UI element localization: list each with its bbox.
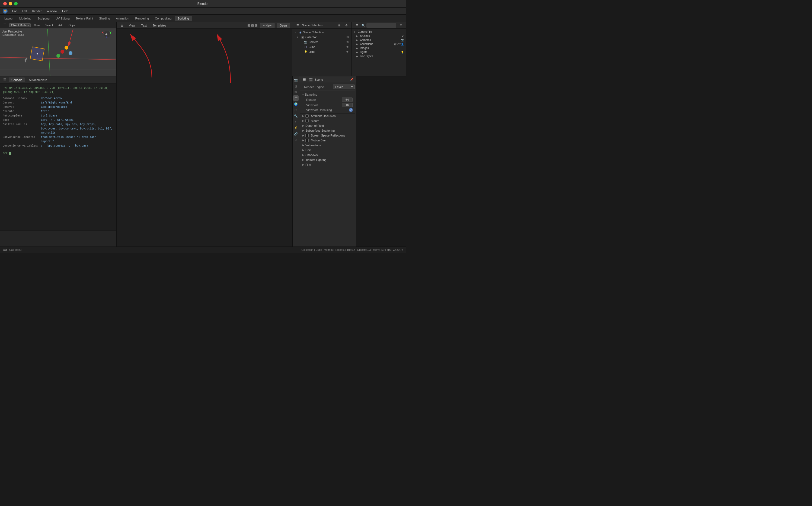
console-body[interactable]: PYTHON INTERACTIVE CONSOLE 3.7.0 (defaul…: [0, 83, 116, 230]
prop-tab-object[interactable]: ⬡: [293, 107, 298, 113]
console-tab-autocomplete[interactable]: Autocomplete: [26, 77, 50, 82]
data-item-current-file[interactable]: ▾ Current File: [352, 30, 406, 34]
prop-tab-render[interactable]: 📷: [293, 77, 298, 83]
prop-tab-constraints[interactable]: 🔗: [293, 131, 298, 137]
props-menu-icon[interactable]: ☰: [301, 77, 307, 83]
render-engine-dropdown[interactable]: Eevee ▾: [333, 85, 355, 89]
tab-sculpting[interactable]: Sculpting: [35, 16, 52, 21]
tab-rendering[interactable]: Rendering: [132, 16, 152, 21]
viewport-samples-value[interactable]: 16: [342, 103, 353, 107]
ssr-header[interactable]: ▶ Screen Space Reflections: [300, 133, 355, 138]
script-text-menu[interactable]: Text: [139, 23, 149, 28]
expand-collection-arrow-icon: ▾: [297, 36, 299, 38]
object-mode-dropdown[interactable]: Object Mode ▾: [9, 23, 30, 27]
menu-edit[interactable]: Edit: [20, 9, 29, 13]
menu-file[interactable]: File: [10, 9, 19, 13]
menu-render[interactable]: Render: [30, 9, 44, 13]
ao-checkbox[interactable]: [306, 114, 309, 117]
prop-tab-particles[interactable]: ✦: [293, 119, 298, 124]
outliner-item-scene-collection[interactable]: ▾ ◉ Scene Collection: [292, 30, 351, 35]
tab-texture-paint[interactable]: Texture Paint: [73, 16, 96, 21]
tab-shading[interactable]: Shading: [96, 16, 113, 21]
ssr-checkbox[interactable]: [306, 134, 309, 137]
console-tab-console[interactable]: Console: [9, 77, 25, 82]
tab-scripting[interactable]: Scripting: [175, 16, 192, 21]
viewport-add-menu[interactable]: Add: [56, 23, 65, 28]
menu-help[interactable]: Help: [60, 9, 70, 13]
menu-window[interactable]: Window: [45, 9, 59, 13]
outliner-item-collection[interactable]: ▾ ▣ Collection 👁: [292, 35, 351, 39]
pin-icon[interactable]: 📌: [350, 78, 354, 81]
tab-animation[interactable]: Animation: [113, 16, 132, 21]
data-item-images[interactable]: ▶ Images: [352, 46, 406, 50]
viewport-select-menu[interactable]: Select: [44, 23, 55, 28]
prop-tab-output[interactable]: 🖨: [293, 83, 298, 89]
window-controls[interactable]: [3, 2, 18, 5]
collection-visibility-icon[interactable]: 👁: [346, 35, 349, 39]
outliner-item-cube[interactable]: ⬡ Cube 👁: [292, 45, 351, 49]
tab-uv-editing[interactable]: UV Editing: [53, 16, 72, 21]
data-item-lights[interactable]: ▶ Lights 💡: [352, 50, 406, 54]
hair-section: ▶ Hair: [300, 148, 355, 153]
volumetrics-header[interactable]: ▶ Volumetrics: [300, 143, 355, 148]
data-item-linestyles[interactable]: ▶ Line Styles: [352, 54, 406, 58]
script-editor-body[interactable]: [117, 29, 292, 247]
tab-modeling[interactable]: Modeling: [16, 16, 34, 21]
ambient-occlusion-header[interactable]: ▶ Ambient Occlusion: [300, 113, 355, 118]
outliner-settings-icon[interactable]: ⚙: [343, 22, 349, 28]
sss-header[interactable]: ▶ Subsurface Scattering: [300, 128, 355, 133]
motion-blur-header[interactable]: ▶ Motion Blur: [300, 138, 355, 143]
minimize-button[interactable]: [9, 2, 12, 5]
open-script-button[interactable]: Open: [277, 23, 290, 28]
tab-compositing[interactable]: Compositing: [152, 16, 174, 21]
close-button[interactable]: [3, 2, 7, 5]
sampling-header[interactable]: ▾ Sampling: [302, 92, 353, 97]
prop-tab-modifiers[interactable]: 🔧: [293, 113, 298, 119]
render-samples-value[interactable]: 64: [342, 97, 353, 102]
data-browser-search[interactable]: [366, 23, 396, 28]
outliner-menu-icon[interactable]: ☰: [294, 22, 300, 28]
cube-visibility-icon[interactable]: 👁: [346, 45, 349, 49]
mb-checkbox[interactable]: [306, 139, 309, 142]
prop-tab-world[interactable]: 🌍: [293, 101, 298, 107]
prop-tab-data[interactable]: ▽: [293, 137, 298, 143]
data-browser-filter-icon[interactable]: ⧖: [398, 22, 404, 28]
console-menu-icon[interactable]: ☰: [2, 77, 8, 83]
new-script-button[interactable]: + New: [260, 23, 275, 28]
film-header[interactable]: ▶ Film: [300, 162, 355, 167]
prop-tab-scene[interactable]: 🎬: [293, 95, 298, 101]
script-view-menu[interactable]: View: [127, 23, 137, 28]
data-item-collections[interactable]: ▶ Collections ▣⚔🛡👤: [352, 42, 406, 46]
script-icon2[interactable]: ⊡: [251, 22, 254, 28]
data-browser-menu-icon[interactable]: ☰: [354, 22, 360, 28]
dof-header[interactable]: ▶ Depth of Field: [300, 123, 355, 128]
script-icon1[interactable]: ⊞: [247, 22, 250, 28]
viewport-menu-icon[interactable]: ☰: [2, 22, 8, 28]
outliner-item-light[interactable]: 💡 Light 👁: [292, 49, 351, 54]
camera-visibility-icon[interactable]: 👁: [346, 40, 349, 44]
data-item-cameras[interactable]: ▶ Cameras 📷: [352, 38, 406, 42]
data-item-brushes[interactable]: ▶ Brushes 🖌: [352, 34, 406, 38]
viewport-denoising-checkbox[interactable]: [349, 108, 353, 111]
light-visibility-icon[interactable]: 👁: [346, 50, 349, 53]
bloom-header[interactable]: ▶ Bloom: [300, 118, 355, 123]
prop-tab-view[interactable]: 👁: [293, 89, 298, 95]
script-icon3[interactable]: ⊞: [255, 22, 258, 28]
viewport-view-menu[interactable]: View: [32, 23, 42, 28]
viewport-object-menu[interactable]: Object: [67, 23, 78, 28]
prop-tab-physics[interactable]: ⚡: [293, 125, 298, 131]
script-templates-menu[interactable]: Templates: [151, 23, 168, 28]
tab-layout[interactable]: Layout: [2, 16, 16, 21]
viewport-canvas[interactable]: User Perspective (1) Collection | Cube ⊕…: [0, 29, 116, 76]
viewport-scene-svg: User Perspective (1) Collection | Cube ⊕…: [0, 29, 116, 76]
il-header[interactable]: ▶ Indirect Lighting: [300, 157, 355, 162]
shadows-header[interactable]: ▶ Shadows: [300, 153, 355, 157]
outliner-filter-icon[interactable]: ⊞: [336, 22, 342, 28]
script-menu-icon[interactable]: ☰: [119, 22, 125, 28]
bloom-checkbox[interactable]: [306, 119, 309, 122]
console-input-area[interactable]: [0, 230, 116, 247]
sss-label: Subsurface Scattering: [306, 129, 335, 132]
maximize-button[interactable]: [14, 2, 18, 5]
hair-header[interactable]: ▶ Hair: [300, 148, 355, 153]
outliner-item-camera[interactable]: 📷 Camera 👁: [292, 39, 351, 45]
